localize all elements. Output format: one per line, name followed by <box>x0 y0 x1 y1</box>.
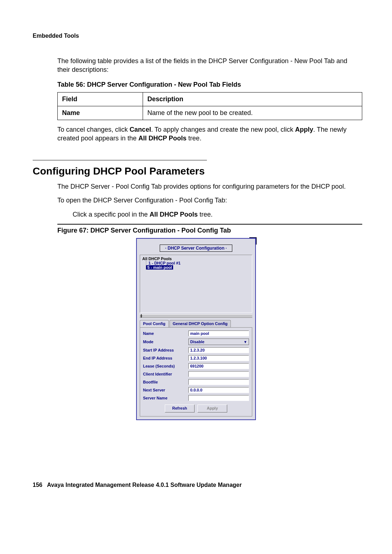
text: Click a specific pool in the <box>73 211 150 218</box>
intro-paragraph: The following table provides a list of t… <box>57 57 359 74</box>
text: tree. <box>187 135 201 142</box>
bold-cancel: Cancel <box>130 126 151 133</box>
splitter-handle[interactable]: ▴▾ <box>140 314 252 318</box>
pool-tree[interactable]: All DHCP Pools 1 - DHCP pool #1 5 - main… <box>140 255 252 313</box>
splitter-arrows-icon: ▴▾ <box>140 313 142 318</box>
applet-window: · DHCP Server Configuration · All DHCP P… <box>136 238 256 420</box>
table-header-row: Field Description <box>58 92 362 106</box>
tab-bar: Pool Config General DHCP Option Config <box>140 320 252 327</box>
label-bootfile: Bootfile <box>143 380 188 384</box>
form-buttons: Refresh Apply <box>143 405 249 413</box>
row-server-name: Server Name <box>143 395 249 401</box>
pool-config-form: Name main pool Mode Disable ▼ Start IP A… <box>140 327 252 416</box>
figure-rule <box>57 224 362 225</box>
cell-field-name: Name <box>58 106 143 120</box>
table-row: Name Name of the new pool to be created. <box>58 106 362 120</box>
applet-title: · DHCP Server Configuration · <box>160 245 232 252</box>
page-number: 156 <box>33 482 42 488</box>
label-lease: Lease (Seconds) <box>143 364 188 368</box>
row-client-id: Client Identifier <box>143 371 249 377</box>
tree-item-pool1[interactable]: 1 - DHCP pool #1 <box>146 261 250 265</box>
tree-item-mainpool[interactable]: 5 - main pool <box>146 265 173 270</box>
step-1: Click a specific pool in the All DHCP Po… <box>73 210 359 219</box>
input-end-ip[interactable]: 1.2.3.100 <box>188 355 249 361</box>
bold-apply: Apply <box>295 126 313 133</box>
input-start-ip[interactable]: 1.2.3.20 <box>188 347 249 353</box>
dhcp-config-applet: ⊠ · DHCP Server Configuration · All DHCP… <box>136 238 256 420</box>
row-mode: Mode Disable ▼ <box>143 338 249 345</box>
post-table-paragraph: To cancel changes, click Cancel. To appl… <box>57 125 359 143</box>
section-title: Configuring DHCP Pool Parameters <box>33 165 359 177</box>
section-divider <box>33 160 207 160</box>
row-lease: Lease (Seconds) 691200 <box>143 363 249 369</box>
row-end-ip: End IP Address 1.2.3.100 <box>143 355 249 361</box>
input-server-name[interactable] <box>188 395 249 401</box>
label-mode: Mode <box>143 340 188 344</box>
select-mode[interactable]: Disable ▼ <box>188 338 249 345</box>
row-start-ip: Start IP Address 1.2.3.20 <box>143 347 249 353</box>
running-header: Embedded Tools <box>33 33 359 39</box>
label-client-id: Client Identifier <box>143 372 188 376</box>
input-client-id[interactable] <box>188 371 249 377</box>
label-start-ip: Start IP Address <box>143 348 188 352</box>
tree-root[interactable]: All DHCP Pools <box>142 257 250 261</box>
figure-caption: Figure 67: DHCP Server Configuration - P… <box>57 227 359 234</box>
fields-table: Field Description Name Name of the new p… <box>57 92 362 120</box>
page: Embedded Tools The following table provi… <box>0 0 392 510</box>
label-name: Name <box>143 331 188 336</box>
bold-alltree: All DHCP Pools <box>150 211 198 218</box>
text: . To apply changes and create the new po… <box>151 126 295 133</box>
input-lease[interactable]: 691200 <box>188 363 249 369</box>
row-name: Name main pool <box>143 331 249 336</box>
page-footer: 156 Avaya Integrated Management Release … <box>33 482 359 488</box>
tab-general-option[interactable]: General DHCP Option Config <box>170 320 231 327</box>
section2-p2: To open the DHCP Server Configuration - … <box>57 196 359 205</box>
input-bootfile[interactable] <box>188 379 249 385</box>
col-desc-header: Description <box>143 92 362 106</box>
cell-desc: Name of the new pool to be created. <box>143 106 362 120</box>
input-next-server[interactable]: 0.0.0.0 <box>188 387 249 393</box>
text: tree. <box>198 211 213 218</box>
table-caption: Table 56: DHCP Server Configuration - Ne… <box>57 81 359 89</box>
label-server-name: Server Name <box>143 396 188 400</box>
col-field-header: Field <box>58 92 143 106</box>
label-next-server: Next Server <box>143 388 188 392</box>
section2-p1: The DHCP Server - Pool Config Tab provid… <box>57 182 359 191</box>
refresh-button[interactable]: Refresh <box>165 405 195 413</box>
chevron-down-icon: ▼ <box>244 340 247 344</box>
label-end-ip: End IP Address <box>143 356 188 360</box>
input-name[interactable]: main pool <box>188 331 249 336</box>
text: To cancel changes, click <box>57 126 130 133</box>
bold-alltree: All DHCP Pools <box>138 135 187 142</box>
row-bootfile: Bootfile <box>143 379 249 385</box>
row-next-server: Next Server 0.0.0.0 <box>143 387 249 393</box>
select-mode-value: Disable <box>190 340 204 344</box>
apply-button[interactable]: Apply <box>197 405 227 413</box>
footer-title: Avaya Integrated Management Release 4.0.… <box>47 482 241 488</box>
tab-pool-config[interactable]: Pool Config <box>140 320 169 327</box>
